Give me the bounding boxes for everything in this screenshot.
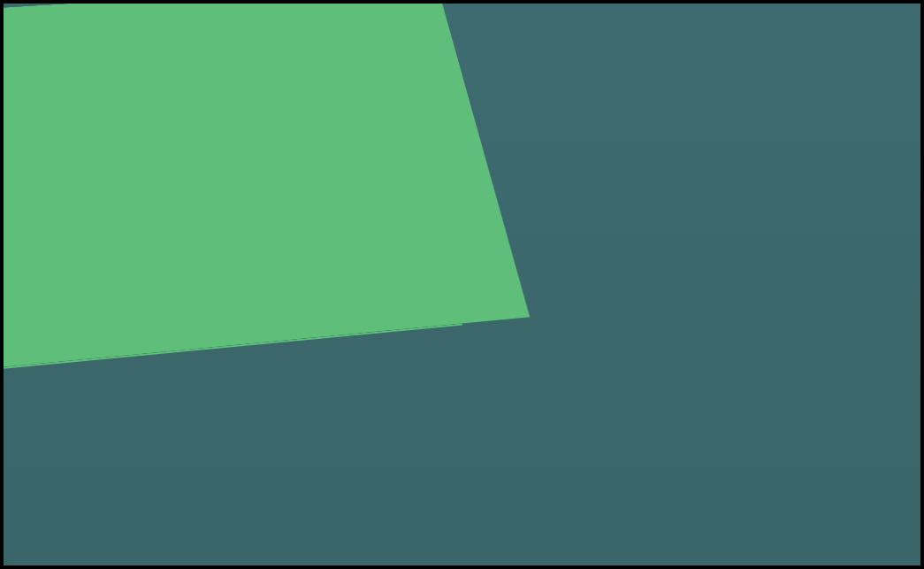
pcb-3d-viewport[interactable] xyxy=(0,0,924,569)
pour-se xyxy=(0,0,531,386)
pcb-scene xyxy=(0,0,924,569)
pcb-board xyxy=(0,0,462,568)
